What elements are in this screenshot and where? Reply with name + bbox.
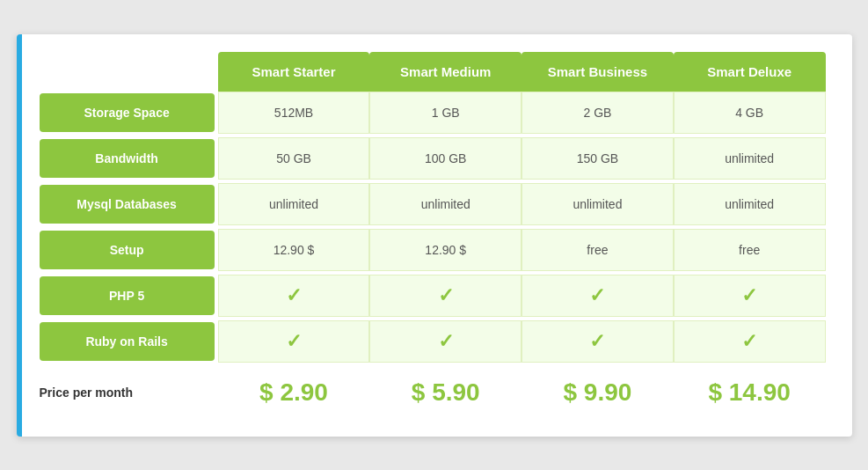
pricing-table: Smart Starter Smart Medium Smart Busines…: [40, 52, 826, 419]
feature-row: Ruby on Rails✓✓✓✓: [40, 320, 826, 363]
feature-row: Setup12.90 $12.90 $freefree: [40, 229, 826, 271]
feature-row: Bandwidth50 GB100 GB150 GBunlimited: [40, 137, 826, 180]
price-label: Price per month: [40, 366, 218, 419]
value-cell: ✓: [674, 320, 826, 363]
value-cell: 100 GB: [369, 137, 522, 180]
pricing-page: Smart Starter Smart Medium Smart Busines…: [17, 34, 852, 437]
value-cell: ✓: [369, 320, 522, 363]
value-cell: 2 GB: [522, 92, 674, 134]
feature-row: PHP 5✓✓✓✓: [40, 275, 826, 317]
value-cell: ✓: [522, 275, 674, 317]
price-row: Price per month$ 2.90$ 5.90$ 9.90$ 14.90: [40, 366, 826, 419]
value-cell: ✓: [674, 275, 826, 317]
price-value: $ 5.90: [369, 366, 522, 419]
value-cell: 4 GB: [674, 92, 826, 134]
value-cell: unlimited: [522, 183, 674, 225]
feature-label: Ruby on Rails: [40, 322, 215, 361]
value-cell: unlimited: [674, 137, 826, 180]
value-cell: free: [674, 229, 826, 271]
feature-label-cell: Bandwidth: [40, 137, 218, 180]
value-cell: unlimited: [369, 183, 522, 225]
value-cell: unlimited: [218, 183, 370, 225]
plan-header-medium: Smart Medium: [369, 52, 522, 92]
value-cell: ✓: [522, 320, 674, 363]
price-value: $ 14.90: [674, 366, 826, 419]
value-cell: free: [522, 229, 674, 271]
value-cell: 12.90 $: [369, 229, 522, 271]
feature-label: Storage Space: [40, 93, 215, 132]
feature-label: Bandwidth: [40, 139, 215, 178]
price-value: $ 9.90: [522, 366, 674, 419]
value-cell: ✓: [218, 275, 370, 317]
feature-label: PHP 5: [40, 276, 215, 315]
feature-row: Mysql Databasesunlimitedunlimitedunlimit…: [40, 183, 826, 225]
value-cell: 150 GB: [522, 137, 674, 180]
feature-label-cell: Setup: [40, 229, 218, 271]
header-row: Smart Starter Smart Medium Smart Busines…: [40, 52, 826, 92]
plan-header-business: Smart Business: [522, 52, 674, 92]
value-cell: ✓: [218, 320, 370, 363]
feature-label: Setup: [40, 231, 215, 269]
feature-label-cell: Storage Space: [40, 92, 218, 134]
value-cell: 12.90 $: [218, 229, 370, 271]
feature-label-cell: Ruby on Rails: [40, 320, 218, 363]
value-cell: 1 GB: [369, 92, 522, 134]
feature-label-cell: PHP 5: [40, 275, 218, 317]
feature-row: Storage Space512MB1 GB2 GB4 GB: [40, 92, 826, 134]
feature-label: Mysql Databases: [40, 185, 215, 224]
feature-label-cell: Mysql Databases: [40, 183, 218, 225]
value-cell: unlimited: [674, 183, 826, 225]
plan-header-deluxe: Smart Deluxe: [674, 52, 826, 92]
plan-header-starter: Smart Starter: [218, 52, 370, 92]
value-cell: 512MB: [218, 92, 370, 134]
value-cell: ✓: [369, 275, 522, 317]
price-value: $ 2.90: [218, 366, 370, 419]
value-cell: 50 GB: [218, 137, 370, 180]
